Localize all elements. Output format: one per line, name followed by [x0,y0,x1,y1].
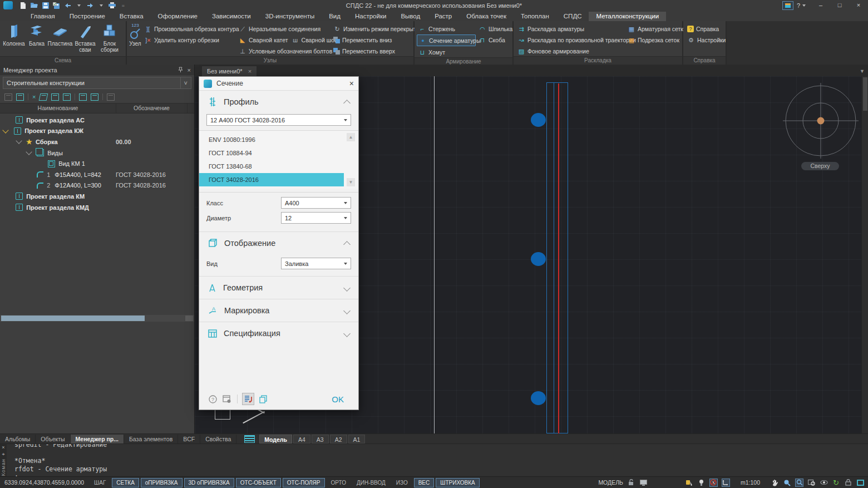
section-header-display[interactable]: Отображение [199,231,358,254]
tree-item-vidy[interactable]: Виды [0,147,194,159]
tree-item-proekt-kmd[interactable]: Проект раздела КМД [0,202,194,213]
tab-spds[interactable]: СПДС [556,12,589,21]
tab-metallokonstruktsii[interactable]: Металлоконструкции [589,12,666,21]
sheet-tab-a4[interactable]: А4 [293,435,310,443]
expand-chevron-icon[interactable] [343,330,351,337]
copy-properties-icon[interactable] [258,393,269,405]
tab-rastr[interactable]: Растр [427,12,459,21]
section-header-geometry[interactable]: Геометрия [199,276,358,299]
command-panel-pin-icon[interactable]: ⌖ [2,452,4,457]
peremestit-vniz-button[interactable]: Переместить вниз [332,34,420,45]
view-select[interactable]: Заливка [281,258,351,269]
lock-open-icon[interactable] [627,479,635,487]
doc-tabs-menu-icon[interactable]: ▼ [860,68,865,76]
collapse-chevron-icon[interactable] [343,241,351,248]
tree-horizontal-scrollbar[interactable] [0,315,194,322]
open-file-icon[interactable] [31,2,38,9]
undo-icon[interactable] [64,2,71,9]
armaturnaya-setka-button[interactable]: ▦Арматурная сетка [626,23,682,34]
minimize-button[interactable]: – [811,0,830,11]
tab-glavnaya[interactable]: Главная [23,12,62,21]
qat-customize-icon[interactable]: = [120,2,127,9]
expand-chevron-icon[interactable] [2,127,8,133]
pan-hand-icon[interactable] [771,479,779,487]
zoom-realtime-icon[interactable] [783,479,791,487]
blok-sborki-button[interactable]: Блок сборки [98,22,121,53]
spravka-button[interactable]: ?Справка [685,23,728,34]
insert-multiple-toggle[interactable] [242,393,254,405]
list-item[interactable]: ENV 10080:1996 [199,133,344,146]
kolonna-button[interactable]: Колонна [2,22,26,47]
ucs-axes-icon[interactable] [722,479,730,487]
panel-tab-menedzher[interactable]: Менеджер пр... [71,435,124,443]
toggle-shtrihovka[interactable]: ШТРИХОВКА [436,478,479,487]
view-direction-label[interactable]: Сверху [801,162,839,170]
sheet-tab-a2[interactable]: А2 [330,435,347,443]
standards-list[interactable]: ENV 10080:1996 ГОСТ 10884-94 ГОСТ 13840-… [199,130,358,189]
redo-icon[interactable] [86,2,93,9]
copy-icon[interactable] [51,93,59,101]
tab-vyvod[interactable]: Вывод [393,12,427,21]
undo-dropdown-icon[interactable] [75,2,82,9]
pin-icon[interactable] [178,67,183,72]
new-file-icon[interactable] [19,2,27,9]
new-project-icon[interactable] [4,93,12,101]
close-button[interactable]: × [849,0,868,11]
tree-item-sborka[interactable]: ★ Сборка 00.00 [0,136,194,147]
display-settings-icon[interactable] [639,479,648,487]
toggle-izo[interactable]: ИЗО [392,478,412,487]
sheet-list-icon[interactable] [244,435,255,443]
raskladka-armatury-button[interactable]: ⇉Раскладка арматуры [516,23,625,34]
scrollbar-thumb[interactable] [863,77,867,111]
command-panel-close-icon[interactable]: × [2,445,4,450]
zoom-window-icon[interactable] [795,479,803,487]
column-designation[interactable]: Обозначение [116,103,188,113]
canvas-scrollbar[interactable] [861,76,868,433]
list-item[interactable]: ГОСТ 10884-94 [199,146,344,160]
toggle-ots-obekt[interactable]: ОТС-ОБЪЕКТ [236,478,281,487]
dialog-help-icon[interactable]: ? [207,393,218,405]
list-item[interactable]: ГОСТ 13840-68 [199,160,344,173]
selection-cycling-icon[interactable] [709,479,718,487]
toggle-din-vvod[interactable]: ДИН-ВВОД [352,478,390,487]
dialog-settings-icon[interactable] [221,393,233,405]
model-space-label[interactable]: МОДЕЛЬ [598,479,623,486]
expand-chevron-icon[interactable] [16,138,22,144]
tree-item-proekt-km[interactable]: Проект раздела КМ [0,191,194,202]
tab-oformlenie[interactable]: Оформление [151,12,205,21]
section-header-specification[interactable]: Спецификация [199,322,358,344]
tree-item-rebar-1[interactable]: 1Φ15А400, L=842 ГОСТ 34028-2016 [0,169,194,180]
podrezka-setok-button[interactable]: ▦Подрезка сеток [626,34,682,45]
help-menu[interactable]: ? [797,2,800,9]
fullscreen-icon[interactable] [856,479,865,487]
lamp-icon[interactable] [697,479,706,487]
tab-close-icon[interactable]: × [248,68,251,75]
document-tab[interactable]: Без имени0* × [202,66,257,76]
tree-item-proekt-kzh[interactable]: Проект раздела КЖ [0,126,194,137]
section-header-marking[interactable]: A Маркировка [199,299,358,322]
column-name[interactable]: Наименование [0,103,116,113]
rebar-section-dot[interactable] [531,113,546,127]
edit-document-icon[interactable] [79,93,87,101]
toggle-ves[interactable]: ВЕС [414,478,435,487]
toggle-orto[interactable]: ОРТО [327,478,351,487]
view-locator[interactable]: Сверху [782,82,860,171]
list-item-selected[interactable]: ГОСТ 34028-2016 [199,173,344,186]
peremestit-vverh-button[interactable]: Переместить вверх [332,46,420,56]
sterzhen-button[interactable]: ⌐Стержень [417,23,476,34]
profile-select[interactable]: 12 А400 ГОСТ 34028-2016 [206,114,351,126]
redo-dropdown-icon[interactable] [97,2,105,9]
detach-icon[interactable] [39,93,48,101]
open-window-icon[interactable] [16,93,24,101]
scroll-up-icon[interactable]: ▲ [347,133,355,141]
toggle-3d-oprivyazka[interactable]: 3D оПРИВЯЗКА [184,478,234,487]
section-header-profile[interactable]: Профиль [199,90,358,113]
tab-vid[interactable]: Вид [322,12,348,21]
tree-item-proekt-as[interactable]: Проект раздела АС [0,115,194,126]
tree-item-vid-km-1[interactable]: Вид КМ 1 [0,158,194,169]
tab-zavisimosti[interactable]: Зависимости [205,12,258,21]
nerazemnye-soedineniya-button[interactable]: ⟋Неразъемные соединения [237,23,331,34]
zoom-object-icon[interactable] [807,479,816,487]
orbit-icon[interactable] [820,479,828,487]
tab-postroenie[interactable]: Построение [62,12,112,21]
